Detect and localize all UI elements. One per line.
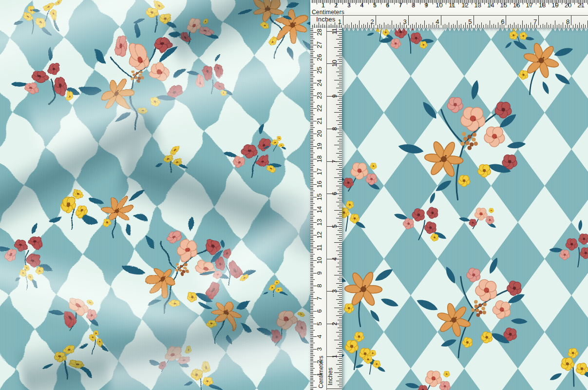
cm-tick	[310, 383, 313, 384]
cm-tick	[310, 87, 313, 87]
cm-tick	[310, 195, 313, 195]
flat-fabric-panel	[312, 0, 588, 390]
cm-number: 6	[382, 2, 393, 8]
inch-tick	[336, 283, 342, 284]
cm-tick	[310, 279, 315, 280]
cm-tick	[310, 313, 313, 314]
cm-tick	[310, 65, 313, 66]
inch-tick	[336, 169, 342, 170]
cm-tick	[310, 297, 313, 297]
cm-tick	[310, 155, 313, 156]
cm-tick	[310, 193, 313, 194]
inch-tick	[426, 25, 427, 28]
inch-tick	[336, 136, 342, 137]
inch-number: 7	[332, 157, 338, 166]
inch-tick	[490, 20, 490, 28]
inch-tick	[338, 214, 342, 214]
inch-tick	[447, 25, 447, 28]
cm-number: 11	[317, 243, 322, 252]
cm-tick	[574, 0, 575, 4]
cm-tick	[523, 0, 523, 4]
inch-tick	[339, 330, 342, 331]
cm-tick	[310, 50, 313, 50]
cm-tick	[310, 254, 315, 254]
cm-tick	[310, 234, 313, 234]
cm-tick	[310, 153, 315, 153]
cm-tick	[310, 262, 313, 262]
cm-tick	[310, 259, 313, 259]
inch-tick	[339, 305, 342, 306]
cm-tick	[310, 187, 313, 187]
cm-tick	[310, 110, 313, 110]
inch-tick	[339, 171, 342, 172]
inch-tick	[412, 24, 413, 28]
cm-tick	[310, 343, 315, 343]
inch-tick	[339, 261, 342, 261]
inch-tick	[339, 244, 342, 245]
inch-tick	[338, 92, 342, 93]
cm-tick	[310, 291, 313, 291]
inch-tick	[338, 254, 342, 255]
inch-tick	[474, 15, 474, 25]
cm-tick	[310, 358, 313, 358]
cm-tick	[310, 107, 313, 107]
cm-tick	[310, 363, 313, 364]
cm-tick	[310, 123, 313, 124]
inch-tick	[339, 98, 342, 98]
cm-tick	[310, 72, 313, 72]
inch-tick	[420, 24, 421, 28]
cm-tick	[407, 0, 407, 4]
cm-tick	[310, 100, 313, 101]
inch-tick	[577, 25, 578, 28]
cm-tick	[394, 0, 395, 4]
inch-tick	[422, 25, 423, 28]
inch-tick	[338, 336, 342, 336]
inch-tick	[481, 22, 482, 28]
inch-tick	[475, 25, 476, 28]
inch-tick	[339, 301, 342, 302]
inch-tick	[339, 232, 342, 233]
inch-tick	[339, 367, 342, 367]
cm-tick	[310, 64, 315, 64]
cm-tick	[472, 0, 472, 4]
cm-tick	[310, 205, 313, 205]
inch-tick	[338, 369, 342, 369]
inch-tick	[455, 25, 455, 28]
inch-number: 5	[464, 19, 472, 25]
cm-tick	[310, 37, 313, 38]
inch-tick	[518, 24, 518, 28]
inch-tick	[381, 25, 382, 28]
cm-tick	[310, 59, 313, 59]
inch-tick	[336, 218, 342, 218]
inch-tick	[334, 80, 342, 80]
cm-number: 16	[317, 180, 322, 189]
inch-tick	[538, 15, 539, 25]
inch-tick	[506, 15, 506, 25]
cm-number: 12	[317, 231, 322, 239]
cm-number: 10	[317, 256, 322, 265]
inch-tick	[319, 22, 319, 28]
cm-number: 27	[317, 40, 322, 49]
cm-tick	[310, 138, 313, 139]
cm-tick	[310, 183, 313, 183]
inch-tick	[345, 25, 345, 28]
cm-number: 12	[459, 2, 470, 8]
cm-tick	[310, 192, 313, 193]
cm-tick	[310, 241, 315, 242]
cm-tick	[310, 102, 315, 102]
inch-tick	[488, 25, 488, 28]
cm-tick	[317, 0, 317, 4]
cm-tick	[310, 240, 313, 240]
inch-tick	[339, 143, 342, 143]
cm-tick	[310, 290, 313, 290]
draped-fabric-print	[0, 0, 312, 390]
inch-tick	[339, 135, 342, 135]
cm-tick	[342, 0, 343, 4]
inch-tick	[524, 25, 525, 28]
cm-tick	[310, 233, 313, 233]
cm-tick	[420, 0, 420, 4]
cm-tick	[310, 382, 313, 383]
inch-tick	[408, 15, 409, 25]
cm-tick	[310, 178, 315, 178]
cm-number: 9	[421, 2, 432, 8]
